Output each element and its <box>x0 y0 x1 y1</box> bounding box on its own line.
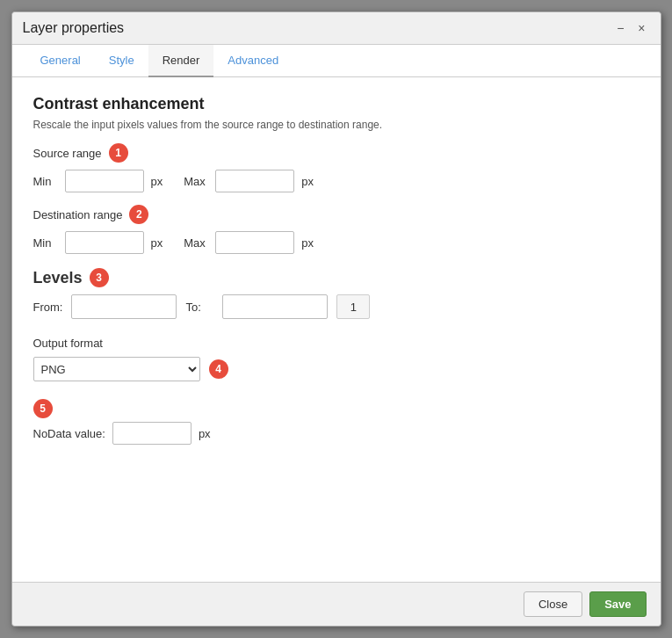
source-max-input[interactable] <box>215 170 294 192</box>
destination-range-label: Destination range <box>33 208 123 221</box>
nodata-label: NoData value: <box>33 427 105 440</box>
destination-range-inputs: Min px Max px <box>33 231 639 254</box>
source-range-header: Source range 1 <box>33 143 639 163</box>
source-min-input[interactable] <box>65 170 144 192</box>
nodata-input-row: NoData value: px <box>33 422 639 445</box>
dest-min-input[interactable] <box>65 231 144 254</box>
section-description: Rescale the input pixels values from the… <box>33 119 639 131</box>
output-format-select[interactable]: PNG JPEG GeoTIFF <box>33 357 200 381</box>
source-min-unit: px <box>151 175 163 188</box>
output-format-label: Output format <box>33 337 639 350</box>
dest-min-unit: px <box>151 236 163 250</box>
title-bar: Layer properties − × <box>12 12 661 45</box>
title-bar-controls: − × <box>612 19 649 37</box>
source-min-label: Min <box>33 175 58 188</box>
source-range-badge: 1 <box>109 143 128 163</box>
levels-value-badge: 1 <box>336 294 370 319</box>
main-content: Contrast enhancement Rescale the input p… <box>12 77 661 582</box>
nodata-input[interactable] <box>112 422 191 445</box>
output-format-wrapper: PNG JPEG GeoTIFF 4 <box>33 357 639 381</box>
destination-range-header: Destination range 2 <box>33 205 639 224</box>
close-button[interactable]: Close <box>524 591 582 617</box>
levels-from-label: From: <box>33 301 63 314</box>
layer-properties-dialog: Layer properties − × General Style Rende… <box>11 11 661 627</box>
levels-to-input[interactable] <box>222 294 328 319</box>
levels-from-input[interactable] <box>71 294 177 319</box>
output-format-section: Output format PNG JPEG GeoTIFF 4 <box>33 337 639 381</box>
dest-min-label: Min <box>33 236 58 250</box>
dest-max-input[interactable] <box>215 231 294 254</box>
levels-to-label: To: <box>185 301 213 314</box>
dest-max-unit: px <box>301 236 314 250</box>
nodata-section: 5 <box>33 399 639 418</box>
save-button[interactable]: Save <box>589 591 646 617</box>
output-format-badge: 4 <box>209 359 228 379</box>
dialog-title: Layer properties <box>23 20 125 36</box>
tab-bar: General Style Render Advanced <box>12 45 661 77</box>
close-window-button[interactable]: × <box>633 19 649 37</box>
minimize-button[interactable]: − <box>612 19 628 37</box>
levels-label: Levels <box>33 269 83 287</box>
destination-range-badge: 2 <box>129 205 148 224</box>
tab-advanced[interactable]: Advanced <box>213 45 293 77</box>
source-max-label: Max <box>184 175 208 188</box>
source-range-inputs: Min px Max px <box>33 170 639 192</box>
levels-section: Levels 3 From: To: 1 <box>33 268 639 319</box>
levels-header: Levels 3 <box>33 268 639 287</box>
dest-max-label: Max <box>184 236 208 250</box>
levels-inputs: From: To: 1 <box>33 294 639 319</box>
source-range-label: Source range <box>33 147 102 160</box>
nodata-badge: 5 <box>33 399 53 418</box>
tab-render[interactable]: Render <box>148 45 214 77</box>
nodata-unit: px <box>199 427 211 440</box>
levels-badge: 3 <box>90 268 109 287</box>
tab-general[interactable]: General <box>26 45 95 77</box>
source-max-unit: px <box>301 175 314 188</box>
dialog-footer: Close Save <box>12 582 661 626</box>
tab-style[interactable]: Style <box>95 45 148 77</box>
section-title: Contrast enhancement <box>33 95 639 113</box>
